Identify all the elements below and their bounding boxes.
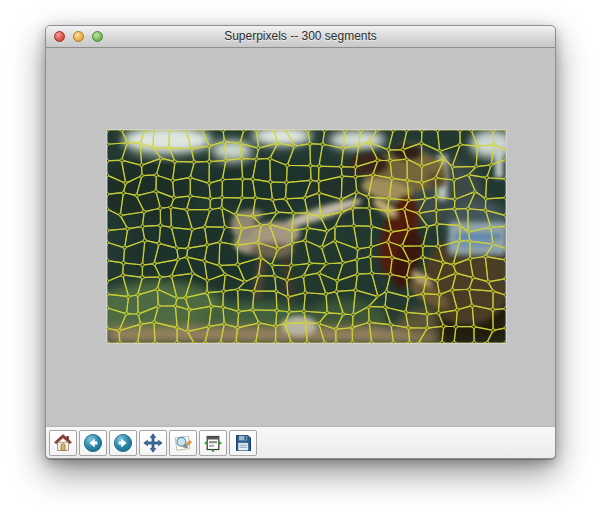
pan-arrows-icon <box>143 433 163 453</box>
window-title: Superpixels -- 300 segments <box>46 26 555 47</box>
superpixel-image[interactable] <box>107 130 506 343</box>
save-floppy-icon <box>233 433 253 453</box>
figure-canvas[interactable] <box>46 48 555 426</box>
configure-subplots-button[interactable] <box>199 430 227 456</box>
zoom-to-rect-button[interactable] <box>169 430 197 456</box>
forward-arrow-icon <box>113 433 133 453</box>
save-button[interactable] <box>229 430 257 456</box>
home-button[interactable] <box>49 430 77 456</box>
back-button[interactable] <box>79 430 107 456</box>
zoom-rect-icon <box>173 433 193 453</box>
superpixel-scene <box>107 130 506 343</box>
window-titlebar[interactable]: Superpixels -- 300 segments <box>46 26 555 48</box>
subplots-icon <box>203 433 223 453</box>
pan-button[interactable] <box>139 430 167 456</box>
home-icon <box>53 433 73 453</box>
desktop: Superpixels -- 300 segments <box>0 0 600 519</box>
matplotlib-toolbar <box>46 426 555 458</box>
figure-window: Superpixels -- 300 segments <box>45 25 556 459</box>
back-arrow-icon <box>83 433 103 453</box>
forward-button[interactable] <box>109 430 137 456</box>
